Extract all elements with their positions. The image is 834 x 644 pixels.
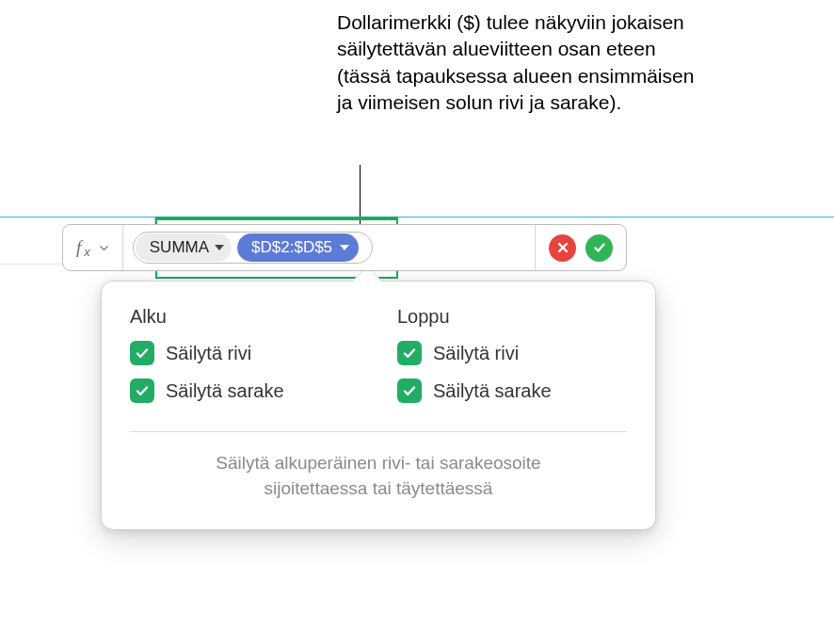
- formula-editor-bar: f x SUMMA $D$2:$D$5: [62, 224, 627, 271]
- help-line-2: sijoitettaessa tai täytettäessä: [130, 476, 627, 502]
- checkmark-icon: [592, 240, 607, 255]
- preserve-start-row[interactable]: Säilytä rivi: [130, 341, 360, 365]
- function-token-label: SUMMA: [150, 238, 209, 257]
- cancel-button[interactable]: [549, 234, 576, 262]
- function-token[interactable]: SUMMA: [136, 233, 232, 262]
- checkbox-checked[interactable]: [397, 341, 422, 365]
- divider: [130, 431, 627, 432]
- start-heading: Alku: [130, 306, 360, 328]
- help-line-1: Säilytä alkuperäinen rivi- tai sarakeoso…: [130, 451, 627, 476]
- preserve-start-column[interactable]: Säilytä sarake: [130, 378, 360, 403]
- reference-token-label: $D$2:$D$5: [251, 238, 332, 257]
- dropdown-triangle-icon: [340, 245, 349, 250]
- reference-options-popover: Alku Säilytä rivi Säilytä sarake Loppu: [101, 281, 656, 530]
- checkmark-icon: [135, 383, 150, 398]
- checkmark-icon: [135, 346, 150, 361]
- formula-content[interactable]: SUMMA $D$2:$D$5: [123, 232, 535, 264]
- checkbox-label: Säilytä rivi: [166, 343, 251, 364]
- close-icon: [556, 241, 569, 254]
- checkbox-label: Säilytä rivi: [433, 343, 519, 364]
- popover-end-column: Loppu Säilytä rivi Säilytä sarake: [397, 306, 627, 416]
- reference-token[interactable]: $D$2:$D$5: [237, 233, 359, 262]
- preserve-end-column[interactable]: Säilytä sarake: [397, 378, 627, 403]
- popover-help-text: Säilytä alkuperäinen rivi- tai sarakeoso…: [130, 451, 627, 501]
- fx-subscript: x: [84, 245, 90, 259]
- function-menu[interactable]: f x: [63, 225, 123, 270]
- chevron-down-icon: [99, 243, 109, 253]
- formula-capsule: SUMMA $D$2:$D$5: [133, 232, 373, 264]
- checkbox-checked[interactable]: [130, 341, 154, 365]
- checkbox-label: Säilytä sarake: [433, 380, 552, 402]
- callout-text: Dollarimerkki ($) tulee näkyviin jokaise…: [337, 9, 695, 116]
- checkbox-checked[interactable]: [130, 378, 154, 403]
- formula-actions: [535, 225, 626, 270]
- fx-icon: f: [76, 237, 81, 258]
- preserve-end-row[interactable]: Säilytä rivi: [397, 341, 627, 365]
- dropdown-triangle-icon: [215, 245, 224, 250]
- popover-start-column: Alku Säilytä rivi Säilytä sarake: [130, 306, 360, 416]
- accept-button[interactable]: [585, 234, 613, 262]
- end-heading: Loppu: [397, 306, 627, 328]
- checkbox-checked[interactable]: [397, 378, 422, 403]
- checkbox-label: Säilytä sarake: [166, 380, 284, 402]
- checkmark-icon: [402, 346, 417, 361]
- checkmark-icon: [402, 383, 417, 398]
